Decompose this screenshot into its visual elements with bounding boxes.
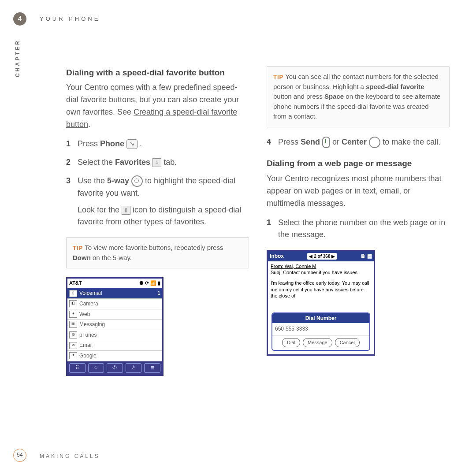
chapter-number-badge: 4: [13, 12, 26, 26]
tip-text-c: on the 5-way.: [91, 254, 132, 261]
footer-section-title: MAKING CALLS: [40, 453, 100, 459]
favorites-tab-icon: ☆: [88, 363, 104, 373]
step-number: 3: [66, 175, 71, 187]
step-number: 1: [66, 138, 71, 150]
intro-text-post: .: [88, 120, 90, 129]
shot-status-icons: ⚈ ⟳ 📶 ▮: [139, 279, 160, 287]
tip-down-label: Down: [73, 254, 91, 261]
shot-row: ✉Email: [67, 340, 162, 351]
page-number: 54: [13, 449, 26, 462]
shot-row: ✦Web: [67, 309, 162, 320]
call-log-tab-icon: ✆: [107, 363, 123, 373]
row-icon: ▯: [69, 290, 77, 297]
step1-phone-label: Phone: [100, 139, 124, 148]
inbox-header-icons: 🗎 ▦: [361, 252, 372, 260]
step3-5way-label: 5-way: [107, 176, 129, 185]
right-step-1: 1 Select the phone number on the web pag…: [267, 217, 450, 242]
step3-text-a: Use the: [78, 176, 107, 185]
speed-dial-favorite-icon: ▯: [122, 206, 130, 215]
star-icon: ☆: [152, 158, 161, 167]
msg-from-line: From: Wai, Connie M: [271, 263, 371, 269]
step4-text-e: to make the call.: [383, 138, 440, 146]
row-icon: ✉: [69, 342, 77, 349]
menu-tab-icon: ≣: [144, 363, 160, 373]
five-way-icon: [131, 175, 143, 187]
row-label: pTunes: [79, 331, 97, 339]
shot-carrier: AT&T: [69, 279, 82, 287]
section-heading-webpage: Dialing from a web page or message: [267, 157, 450, 170]
row-label: Messaging: [79, 320, 105, 329]
contacts-tab-icon: ♙: [126, 363, 142, 373]
tip-box-right: TIP You can see all the contact numbers …: [267, 66, 450, 127]
msg-body: I'm leaving the office early today. You …: [271, 280, 371, 299]
tip-text-a: To view more favorite buttons, repeatedl…: [83, 244, 223, 251]
row-label: Voicemail: [79, 289, 157, 298]
step2-text-c: tab.: [164, 158, 177, 167]
row-label: Google: [79, 352, 97, 360]
step-number: 2: [66, 156, 71, 169]
r1-text: Select the phone number on the web page …: [278, 218, 445, 239]
step-number: 4: [267, 136, 271, 149]
tip-bold-b: speed-dial favorite: [366, 83, 424, 90]
shot-tabs: ⠿ ☆ ✆ ♙ ≣: [67, 361, 162, 375]
step4-text-c: or: [332, 138, 342, 146]
intro-paragraph: Your Centro comes with a few predefined …: [66, 82, 249, 131]
shot-row-voicemail: ▯Voicemail1: [67, 288, 162, 299]
tip-label: TIP: [273, 74, 283, 80]
dial-button[interactable]: Dial: [282, 338, 300, 347]
center-key-icon: [369, 137, 380, 148]
row-icon: ◍: [69, 331, 77, 338]
step1-text-a: Press: [78, 139, 100, 148]
shot-row: ✦Google: [67, 351, 162, 361]
phone-key-icon: ↘: [126, 139, 138, 149]
step4-text-a: Press: [278, 138, 301, 146]
popup-title: Dial Number: [272, 313, 369, 324]
message-button[interactable]: Message: [303, 338, 332, 347]
chapter-side-label: CHAPTER: [15, 39, 21, 77]
row-icon: ✦: [69, 352, 77, 359]
row-label: Web: [79, 310, 90, 319]
dialpad-tab-icon: ⠿: [69, 363, 86, 373]
chapter-title: YOUR PHONE: [40, 15, 100, 22]
step-3: 3 Use the 5-way to highlight the speed-d…: [66, 175, 249, 229]
favorites-screenshot: AT&T ⚈ ⟳ 📶 ▮ ▯Voicemail1 ◧Camera ✦Web ▦M…: [66, 277, 164, 376]
row-num: 1: [157, 289, 160, 298]
tip-label: TIP: [73, 245, 83, 251]
tip-bold-d: Space: [324, 93, 344, 100]
row-icon: ✦: [69, 311, 77, 318]
inbox-counter: ◀ 2 of 368 ▶: [307, 253, 337, 260]
step-4: 4 Press Send or Center to make the call.: [267, 136, 450, 149]
section-heading-speed-dial: Dialing with a speed-dial favorite butto…: [66, 66, 249, 79]
step2-favorites-label: Favorites: [115, 158, 150, 167]
dial-popup: Dial Number 650-555-3333 Dial Message Ca…: [271, 312, 370, 351]
row-label: Camera: [79, 300, 98, 308]
cancel-button[interactable]: Cancel: [335, 338, 360, 347]
step3-look-a: Look for the: [78, 205, 122, 214]
step4-center-label: Center: [342, 138, 367, 146]
inbox-label: Inbox: [270, 252, 284, 260]
send-key-icon: [322, 137, 330, 148]
row-icon: ▦: [69, 321, 77, 328]
tip-box-left: TIP To view more favorite buttons, repea…: [66, 237, 249, 268]
step2-text-a: Select the: [78, 158, 115, 167]
row-label: Email: [79, 341, 93, 350]
shot-row: ▦Messaging: [67, 320, 162, 330]
step4-send-label: Send: [301, 138, 320, 146]
inbox-screenshot: Inbox ◀ 2 of 368 ▶ 🗎 ▦ From: Wai, Connie…: [267, 250, 375, 356]
step-1: 1 Press Phone ↘ .: [66, 138, 249, 150]
msg-subject: Subj: Contact number if you have issues: [271, 269, 371, 275]
step1-text-c: .: [138, 139, 142, 148]
shot-row: ◍pTunes: [67, 330, 162, 341]
step-number: 1: [267, 217, 271, 229]
intro2-paragraph: Your Centro recognizes most phone number…: [267, 173, 450, 210]
tip-text-c: button and press: [273, 93, 324, 100]
popup-phone-number: 650-555-3333: [272, 323, 369, 335]
row-icon: ◧: [69, 300, 77, 307]
step-2: 2 Select the Favorites ☆ tab.: [66, 156, 249, 169]
shot-row: ◧Camera: [67, 299, 162, 309]
